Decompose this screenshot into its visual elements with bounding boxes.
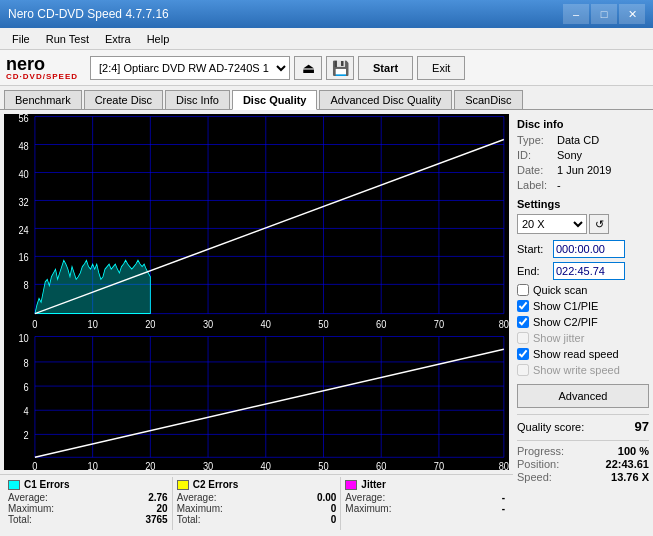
jitter-avg-value: -: [502, 492, 505, 503]
svg-text:50: 50: [318, 318, 328, 330]
svg-text:10: 10: [87, 460, 97, 470]
nero-brand-text: nero: [6, 55, 78, 73]
exit-button[interactable]: Exit: [417, 56, 465, 80]
legend-c1-max-row: Maximum: 20: [8, 503, 168, 514]
writespeed-checkbox[interactable]: [517, 364, 529, 376]
menu-run-test[interactable]: Run Test: [38, 31, 97, 47]
speed-selector[interactable]: 20 X Max 1 X 2 X 4 X 8 X 16 X 40 X: [517, 214, 587, 234]
svg-text:30: 30: [203, 318, 213, 330]
close-button[interactable]: ✕: [619, 4, 645, 24]
c1-avg-value: 2.76: [148, 492, 167, 503]
disc-id-value: Sony: [557, 149, 582, 161]
tab-disc-info[interactable]: Disc Info: [165, 90, 230, 109]
jitter-row: Show jitter: [517, 332, 649, 344]
disc-type-label: Type:: [517, 134, 553, 146]
svg-text:20: 20: [145, 318, 155, 330]
svg-text:32: 32: [18, 196, 28, 208]
c2pif-row: Show C2/PIF: [517, 316, 649, 328]
svg-text:50: 50: [318, 460, 328, 470]
svg-text:24: 24: [18, 224, 28, 236]
start-time-input[interactable]: [553, 240, 625, 258]
disc-date-label: Date:: [517, 164, 553, 176]
c2-avg-label: Average:: [177, 492, 217, 503]
nero-logo: nero CD·DVD/SPEED: [6, 55, 78, 81]
sidebar: Disc info Type: Data CD ID: Sony Date: 1…: [513, 110, 653, 532]
c2-max-value: 0: [331, 503, 337, 514]
tab-disc-quality[interactable]: Disc Quality: [232, 90, 318, 110]
svg-text:40: 40: [261, 318, 271, 330]
c2pif-checkbox[interactable]: [517, 316, 529, 328]
readspeed-checkbox[interactable]: [517, 348, 529, 360]
tab-advanced-disc-quality[interactable]: Advanced Disc Quality: [319, 90, 452, 109]
quality-value: 97: [635, 419, 649, 434]
speed-row: 20 X Max 1 X 2 X 4 X 8 X 16 X 40 X ↺: [517, 214, 649, 234]
svg-text:2: 2: [24, 430, 29, 442]
minimize-button[interactable]: –: [563, 4, 589, 24]
disc-id-label: ID:: [517, 149, 553, 161]
menu-bar: File Run Test Extra Help: [0, 28, 653, 50]
legend-area: C1 Errors Average: 2.76 Maximum: 20 Tota…: [0, 474, 513, 532]
menu-help[interactable]: Help: [139, 31, 178, 47]
legend-c1-avg-row: Average: 2.76: [8, 492, 168, 503]
svg-text:20: 20: [145, 460, 155, 470]
disc-label-value: -: [557, 179, 561, 191]
c1-max-value: 20: [157, 503, 168, 514]
progress-speed-row: Speed: 13.76 X: [517, 471, 649, 483]
end-time-row: End:: [517, 262, 649, 280]
speed-label: Speed:: [517, 471, 552, 483]
disc-date-value: 1 Jun 2019: [557, 164, 611, 176]
drive-selector[interactable]: [2:4] Optiarc DVD RW AD-7240S 1.04: [90, 56, 290, 80]
c2-color-box: [177, 480, 189, 490]
jitter-label: Show jitter: [533, 332, 584, 344]
c1pie-label: Show C1/PIE: [533, 300, 598, 312]
svg-text:10: 10: [18, 332, 28, 344]
menu-file[interactable]: File: [4, 31, 38, 47]
c1pie-checkbox[interactable]: [517, 300, 529, 312]
nero-sub-text: CD·DVD/SPEED: [6, 73, 78, 81]
maximize-button[interactable]: □: [591, 4, 617, 24]
c2pif-label: Show C2/PIF: [533, 316, 598, 328]
refresh-button[interactable]: ↺: [589, 214, 609, 234]
c1pie-row: Show C1/PIE: [517, 300, 649, 312]
eject-button[interactable]: ⏏: [294, 56, 322, 80]
settings-title: Settings: [517, 198, 649, 210]
svg-text:6: 6: [24, 381, 29, 393]
svg-text:56: 56: [18, 114, 28, 124]
quality-row: Quality score: 97: [517, 414, 649, 434]
c2-max-label: Maximum:: [177, 503, 223, 514]
c1-max-label: Maximum:: [8, 503, 54, 514]
start-button[interactable]: Start: [358, 56, 413, 80]
svg-text:10: 10: [87, 318, 97, 330]
legend-c1-label: C1 Errors: [24, 479, 70, 490]
tab-create-disc[interactable]: Create Disc: [84, 90, 163, 109]
disc-label-label: Label:: [517, 179, 553, 191]
progress-value: 100 %: [618, 445, 649, 457]
position-value: 22:43.61: [606, 458, 649, 470]
menu-extra[interactable]: Extra: [97, 31, 139, 47]
tab-scandisc[interactable]: ScanDisc: [454, 90, 522, 109]
quickscan-row: Quick scan: [517, 284, 649, 296]
quickscan-checkbox[interactable]: [517, 284, 529, 296]
c2-total-value: 0: [331, 514, 337, 525]
quickscan-label: Quick scan: [533, 284, 587, 296]
progress-position-row: Position: 22:43.61: [517, 458, 649, 470]
legend-c1-total-row: Total: 3765: [8, 514, 168, 525]
app-title: Nero CD-DVD Speed 4.7.7.16: [8, 7, 563, 21]
progress-section: Progress: 100 % Position: 22:43.61 Speed…: [517, 440, 649, 484]
save-button[interactable]: 💾: [326, 56, 354, 80]
tab-benchmark[interactable]: Benchmark: [4, 90, 82, 109]
chart-svg: 56 48 40 32 24 16 8 0 10 20 30 40 50 60 …: [4, 114, 509, 470]
svg-text:48: 48: [18, 140, 28, 152]
svg-rect-35: [35, 337, 504, 458]
jitter-checkbox[interactable]: [517, 332, 529, 344]
legend-c2: C2 Errors Average: 0.00 Maximum: 0 Total…: [173, 477, 342, 530]
legend-c2-total-row: Total: 0: [177, 514, 337, 525]
end-time-label: End:: [517, 265, 549, 277]
position-label: Position:: [517, 458, 559, 470]
toolbar: nero CD·DVD/SPEED [2:4] Optiarc DVD RW A…: [0, 50, 653, 86]
advanced-button[interactable]: Advanced: [517, 384, 649, 408]
svg-text:0: 0: [32, 318, 37, 330]
legend-c1-header: C1 Errors: [8, 479, 168, 490]
end-time-input[interactable]: [553, 262, 625, 280]
legend-c2-max-row: Maximum: 0: [177, 503, 337, 514]
